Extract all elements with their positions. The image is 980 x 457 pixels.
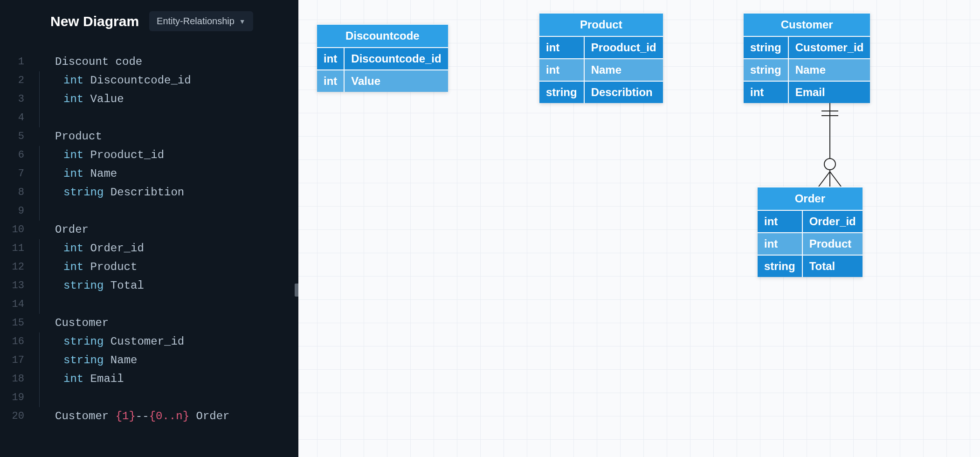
- entity-row: intValue: [317, 70, 448, 92]
- code-line[interactable]: 20Customer {1}--{0..n} Order: [0, 407, 298, 426]
- field-name: Name: [584, 59, 663, 81]
- entity-title: Discountcode: [317, 24, 448, 48]
- field-type: int: [758, 233, 802, 255]
- code-line[interactable]: 19: [0, 388, 298, 407]
- field-name: Email: [788, 81, 870, 103]
- code-line[interactable]: 14: [0, 295, 298, 314]
- svg-line-5: [830, 172, 841, 187]
- line-number: 17: [0, 351, 33, 370]
- indent-guide: [39, 202, 57, 221]
- indent-guide: [39, 90, 57, 109]
- indent-guide: [39, 295, 57, 314]
- code-line[interactable]: 7int Name: [0, 165, 298, 183]
- code-line[interactable]: 1Discount code: [0, 53, 298, 71]
- diagram-canvas[interactable]: DiscountcodeintDiscountcode_idintValuePr…: [298, 0, 980, 457]
- line-number: 4: [0, 109, 33, 127]
- field-type: int: [317, 70, 344, 92]
- field-type: int: [539, 59, 584, 81]
- code-line[interactable]: 11int Order_id: [0, 239, 298, 258]
- field-type: string: [744, 59, 788, 81]
- code-content: Customer: [33, 314, 109, 332]
- line-number: 14: [0, 295, 33, 314]
- code-line[interactable]: 8string Describtion: [0, 183, 298, 202]
- field-name: Value: [344, 70, 448, 92]
- indent-guide: [39, 239, 57, 258]
- entity-row: stringDescribtion: [539, 81, 663, 103]
- code-line[interactable]: 9: [0, 202, 298, 221]
- code-content: int Product: [57, 258, 137, 277]
- line-number: 11: [0, 239, 33, 258]
- entity-customer[interactable]: CustomerstringCustomer_idstringNameintEm…: [744, 13, 870, 103]
- field-name: Name: [788, 59, 870, 81]
- indent-guide: [39, 71, 57, 90]
- entity-product[interactable]: ProductintProoduct_idintNamestringDescri…: [539, 13, 663, 103]
- code-content: int Discountcode_id: [57, 71, 191, 90]
- entity-order[interactable]: OrderintOrder_idintProductstringTotal: [758, 187, 863, 277]
- entity-row: intProoduct_id: [539, 36, 663, 59]
- code-line[interactable]: 2int Discountcode_id: [0, 71, 298, 90]
- code-content: string Name: [57, 351, 137, 370]
- code-line[interactable]: 13string Total: [0, 277, 298, 295]
- entity-title: Customer: [744, 13, 870, 36]
- line-number: 3: [0, 90, 33, 109]
- code-panel: New Diagram Entity-Relationship ▼ 1Disco…: [0, 0, 298, 457]
- code-line[interactable]: 5Product: [0, 127, 298, 146]
- line-number: 19: [0, 388, 33, 407]
- code-line[interactable]: 6int Prooduct_id: [0, 146, 298, 165]
- code-line[interactable]: 10Order: [0, 221, 298, 239]
- field-name: Order_id: [802, 210, 863, 233]
- entity-row: stringCustomer_id: [744, 36, 870, 59]
- indent-guide: [39, 165, 57, 183]
- entity-title: Product: [539, 13, 663, 36]
- code-line[interactable]: 15Customer: [0, 314, 298, 332]
- code-line[interactable]: 17string Name: [0, 351, 298, 370]
- diagram-type-dropdown[interactable]: Entity-Relationship ▼: [149, 11, 253, 31]
- code-content: Order: [33, 221, 89, 239]
- line-number: 1: [0, 53, 33, 71]
- code-content: int Name: [57, 165, 117, 183]
- code-content: int Prooduct_id: [57, 146, 164, 165]
- code-content: int Order_id: [57, 239, 144, 258]
- field-type: int: [758, 210, 802, 233]
- indent-guide: [39, 370, 57, 388]
- field-type: string: [539, 81, 584, 103]
- line-number: 9: [0, 202, 33, 221]
- code-content: string Customer_id: [57, 332, 184, 351]
- entity-row: stringTotal: [758, 255, 863, 277]
- indent-guide: [39, 332, 57, 351]
- svg-line-4: [819, 172, 830, 187]
- entity-row: intDiscountcode_id: [317, 48, 448, 70]
- code-editor[interactable]: 1Discount code2int Discountcode_id3int V…: [0, 40, 298, 426]
- indent-guide: [39, 109, 57, 127]
- code-line[interactable]: 4: [0, 109, 298, 127]
- entity-row: intName: [539, 59, 663, 81]
- indent-guide: [39, 146, 57, 165]
- diagram-title: New Diagram: [50, 14, 139, 29]
- code-content: string Total: [57, 277, 144, 295]
- svg-point-3: [824, 159, 835, 170]
- indent-guide: [39, 388, 57, 407]
- field-type: int: [744, 81, 788, 103]
- line-number: 20: [0, 407, 33, 426]
- line-number: 18: [0, 370, 33, 388]
- line-number: 10: [0, 221, 33, 239]
- app-root: New Diagram Entity-Relationship ▼ 1Disco…: [0, 0, 980, 457]
- field-name: Customer_id: [788, 36, 870, 59]
- code-content: string Describtion: [57, 183, 184, 202]
- code-line[interactable]: 3int Value: [0, 90, 298, 109]
- entity-row: intEmail: [744, 81, 870, 103]
- line-number: 2: [0, 71, 33, 90]
- field-name: Product: [802, 233, 863, 255]
- field-type: string: [758, 255, 802, 277]
- field-name: Describtion: [584, 81, 663, 103]
- code-line[interactable]: 16string Customer_id: [0, 332, 298, 351]
- entity-row: stringName: [744, 59, 870, 81]
- code-content: int Value: [57, 90, 124, 109]
- code-content: int Email: [57, 370, 124, 388]
- line-number: 15: [0, 314, 33, 332]
- indent-guide: [39, 258, 57, 277]
- line-number: 13: [0, 277, 33, 295]
- entity-discountcode[interactable]: DiscountcodeintDiscountcode_idintValue: [317, 24, 448, 92]
- code-line[interactable]: 18int Email: [0, 370, 298, 388]
- code-line[interactable]: 12int Product: [0, 258, 298, 277]
